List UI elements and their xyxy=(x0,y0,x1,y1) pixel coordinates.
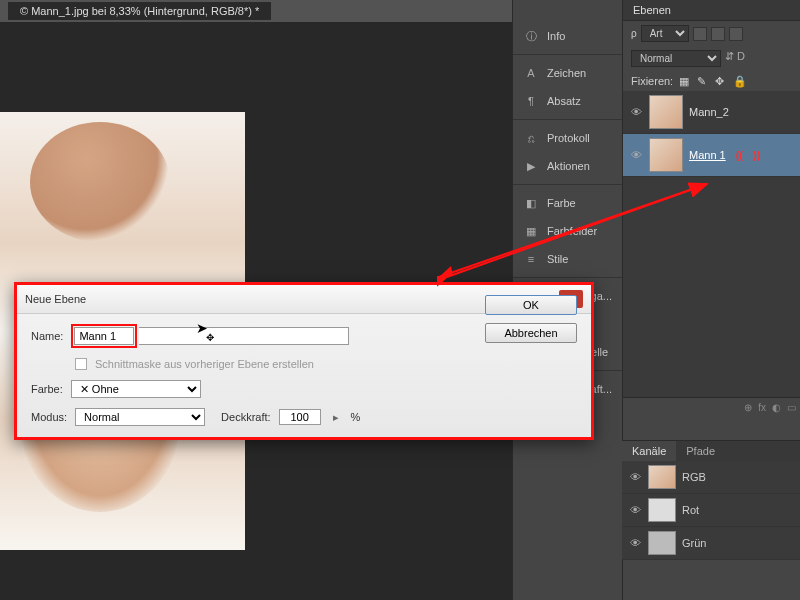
layer-name[interactable]: Mann_2 xyxy=(689,106,729,118)
channel-row[interactable]: 👁RGB xyxy=(622,461,800,494)
channel-row[interactable]: 👁Rot xyxy=(622,494,800,527)
channels-panel: Kanäle Pfade 👁RGB 👁Rot 👁Grün xyxy=(622,440,800,560)
dialog-title: Neue Ebene xyxy=(25,293,86,305)
lock-pixels-icon[interactable]: ✎ xyxy=(697,75,709,87)
visibility-icon[interactable]: 👁 xyxy=(628,503,642,517)
layer-row[interactable]: 👁 Mann_2 xyxy=(623,91,800,134)
panel-actions[interactable]: ▶Aktionen xyxy=(513,152,622,180)
layer-name-input[interactable] xyxy=(74,327,134,345)
history-icon: ⎌ xyxy=(523,130,539,146)
percent-label: % xyxy=(351,411,361,423)
lock-position-icon[interactable]: ✥ xyxy=(715,75,727,87)
channel-thumbnail xyxy=(648,498,676,522)
layer-name-input-rest[interactable] xyxy=(139,327,349,345)
layer-filter-row: ρ Art xyxy=(623,21,800,46)
svg-marker-3 xyxy=(439,266,453,277)
layer-row-selected[interactable]: 👁 Mann 1 (( )) xyxy=(623,134,800,177)
info-icon: ⓘ xyxy=(523,28,539,44)
ok-button[interactable]: OK xyxy=(485,295,577,315)
filter-type-icon[interactable] xyxy=(729,27,743,41)
mode-select[interactable]: Normal xyxy=(75,408,205,426)
annotation-bracket: )) xyxy=(753,149,760,161)
layer-name[interactable]: Mann 1 xyxy=(689,149,726,161)
layer-footer: ⊕fx◐▭ xyxy=(623,397,800,417)
paths-tab[interactable]: Pfade xyxy=(676,441,725,461)
layer-thumbnail[interactable] xyxy=(649,95,683,129)
panel-paragraph[interactable]: ¶Absatz xyxy=(513,87,622,115)
filter-type-select[interactable]: Art xyxy=(641,25,689,42)
blend-row: Normal ⇵ D xyxy=(623,46,800,71)
color-label: Farbe: xyxy=(31,383,63,395)
channel-thumbnail xyxy=(648,531,676,555)
filter-adjust-icon[interactable] xyxy=(711,27,725,41)
character-icon: A xyxy=(523,65,539,81)
layers-tab[interactable]: Ebenen xyxy=(623,0,800,21)
visibility-icon[interactable]: 👁 xyxy=(629,148,643,162)
svg-line-2 xyxy=(439,184,707,277)
lock-transparency-icon[interactable]: ▦ xyxy=(679,75,691,87)
lock-row: Fixieren: ▦ ✎ ✥ 🔒 xyxy=(623,71,800,91)
opacity-label: Deckkraft: xyxy=(221,411,271,423)
channels-tab[interactable]: Kanäle xyxy=(622,441,676,461)
lock-all-icon[interactable]: 🔒 xyxy=(733,75,745,87)
cancel-button[interactable]: Abbrechen xyxy=(485,323,577,343)
cursor-move-icon: ✥ xyxy=(206,332,214,343)
filter-pixel-icon[interactable] xyxy=(693,27,707,41)
opacity-input[interactable] xyxy=(279,409,321,425)
visibility-icon[interactable]: 👁 xyxy=(629,105,643,119)
visibility-icon[interactable]: 👁 xyxy=(628,536,642,550)
blend-mode-select[interactable]: Normal xyxy=(631,50,721,67)
document-tab[interactable]: © Mann_1.jpg bei 8,33% (Hintergrund, RGB… xyxy=(8,2,271,20)
new-layer-dialog: Neue Ebene ✕ Name: OK Abbrechen Schnittm… xyxy=(14,282,594,440)
clipmask-checkbox[interactable] xyxy=(75,358,87,370)
paragraph-icon: ¶ xyxy=(523,93,539,109)
annotation-highlight xyxy=(71,324,137,348)
color-select[interactable]: ✕ Ohne xyxy=(71,380,201,398)
panel-history[interactable]: ⎌Protokoll xyxy=(513,124,622,152)
annotation-bracket: (( xyxy=(736,149,743,161)
panel-info[interactable]: ⓘInfo xyxy=(513,22,622,50)
clipmask-label: Schnittmaske aus vorheriger Ebene erstel… xyxy=(95,358,314,370)
annotation-arrow xyxy=(437,182,717,292)
layer-thumbnail[interactable] xyxy=(649,138,683,172)
play-icon: ▶ xyxy=(523,158,539,174)
panel-character[interactable]: AZeichen xyxy=(513,59,622,87)
name-label: Name: xyxy=(31,330,63,342)
channel-thumbnail xyxy=(648,465,676,489)
visibility-icon[interactable]: 👁 xyxy=(628,470,642,484)
channel-row[interactable]: 👁Grün xyxy=(622,527,800,560)
mode-label: Modus: xyxy=(31,411,67,423)
